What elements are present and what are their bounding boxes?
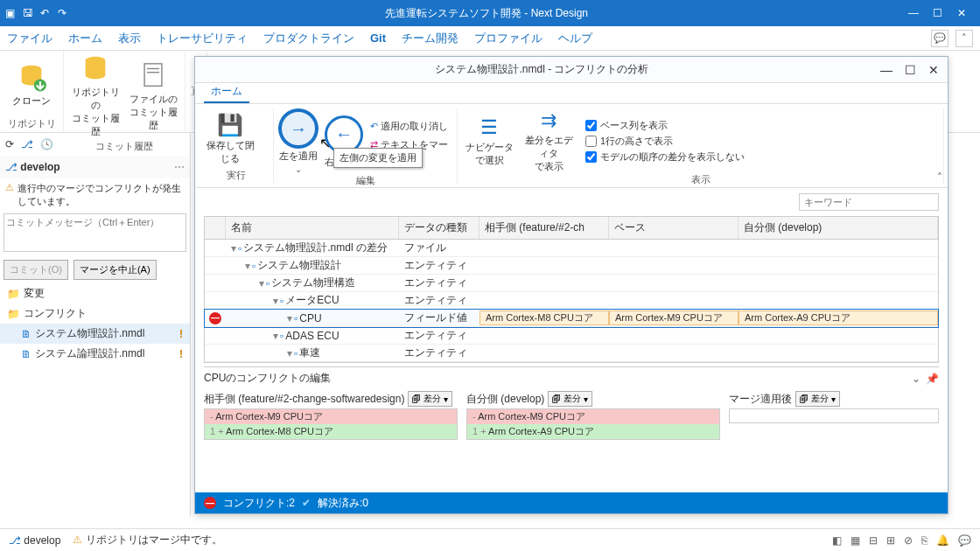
tree-file-1[interactable]: 🗎システム物理設計.nmdl!: [0, 324, 190, 344]
diff-left-btn[interactable]: 🗐差分▾: [408, 391, 452, 407]
tree-changes[interactable]: 📁変更: [0, 283, 190, 303]
col-name[interactable]: 名前: [226, 217, 399, 239]
history-icon[interactable]: 🕓: [40, 138, 53, 150]
clone-button[interactable]: クローン: [5, 63, 58, 108]
inner-minimize-icon[interactable]: —: [880, 63, 892, 77]
abort-merge-button[interactable]: マージを中止(A): [74, 260, 157, 280]
status-error-icon[interactable]: ⊘: [904, 534, 913, 547]
menu-productline[interactable]: プロダクトライン: [263, 31, 354, 46]
status-resolved-count: 解決済み:0: [318, 496, 368, 511]
branch-icon[interactable]: ⎇: [21, 138, 33, 150]
chk-order[interactable]: モデルの順序の差分を表示しない: [585, 150, 745, 164]
nav-select-button[interactable]: ☰ナビゲータで選択: [463, 116, 515, 167]
menu-help[interactable]: ヘルプ: [558, 31, 592, 46]
table-row[interactable]: ▾ ▫ 車速エンティティ: [205, 345, 938, 362]
minimize-icon[interactable]: —: [908, 7, 920, 19]
menu-team[interactable]: チーム開発: [402, 31, 458, 46]
chk-show-base[interactable]: ベース列を表示: [585, 119, 745, 132]
diff-right-title: マージ適用後: [729, 392, 792, 407]
diff-mid-title: 自分側 (develop): [466, 392, 544, 407]
status-conflict-count: コンフリクト:2: [223, 496, 295, 511]
menubar: ファイル ホーム 表示 トレーサビリティ プロダクトライン Git チーム開発 …: [0, 26, 980, 51]
status-icon-4[interactable]: ⊞: [886, 534, 895, 547]
menu-git[interactable]: Git: [370, 31, 386, 45]
inner-close-icon[interactable]: ✕: [928, 63, 939, 77]
status-chat-icon[interactable]: 💬: [958, 534, 971, 547]
tree-conflicts[interactable]: 📁コンフリクト: [0, 303, 190, 324]
undo-apply-button[interactable]: ↶ 適用の取り消し: [370, 120, 452, 133]
redo-icon[interactable]: ↷: [58, 7, 70, 19]
inner-tab-home[interactable]: ホーム: [204, 81, 249, 103]
app-icon: ▣: [5, 7, 18, 19]
chevron-down-icon[interactable]: ⌄: [912, 373, 920, 385]
undo-icon[interactable]: ↶: [40, 7, 52, 19]
branch-menu-icon[interactable]: ⋯: [174, 161, 185, 173]
commit-message-input[interactable]: [4, 213, 186, 252]
menu-trace[interactable]: トレーサビリティ: [157, 31, 248, 46]
collapse-ribbon-icon[interactable]: ˄: [956, 30, 973, 47]
status-icon-1[interactable]: ◧: [832, 534, 842, 547]
diff-mid-btn[interactable]: 🗐差分▾: [548, 391, 592, 407]
editor-show-button[interactable]: ⇉差分をエディタ で表示: [522, 109, 575, 173]
diff-tree-table: 名前 データの種類 相手側 (feature/#2-ch ベース 自分側 (de…: [204, 216, 939, 363]
branch-name: develop: [20, 161, 60, 173]
table-row[interactable]: —▾ ▫ CPUフィールド値Arm Cortex-M8 CPUコアArm Cor…: [205, 310, 938, 327]
inner-window-title: システム物理設計.nmdl - コンフリクトの分析: [213, 62, 872, 77]
speech-icon[interactable]: 💬: [931, 30, 948, 47]
diff-right-btn[interactable]: 🗐差分▾: [795, 391, 840, 407]
file-history-button[interactable]: ファイルの コミット履歴: [127, 61, 179, 132]
status-output-icon[interactable]: ⎘: [921, 534, 928, 547]
commit-button[interactable]: コミット(O): [4, 260, 68, 280]
menu-file[interactable]: ファイル: [7, 31, 52, 46]
keyword-search-input[interactable]: [799, 193, 939, 211]
save-icon[interactable]: 🖫: [23, 7, 35, 19]
pin-icon[interactable]: 📌: [926, 373, 939, 385]
col-base[interactable]: ベース: [609, 217, 738, 239]
svg-rect-3: [144, 63, 162, 86]
menu-home[interactable]: ホーム: [68, 31, 102, 46]
status-icon-3[interactable]: ⊟: [869, 534, 878, 547]
statusbar: ⎇ develop ⚠ リポジトリはマージ中です。 ◧ ▦ ⊟ ⊞ ⊘ ⎘ 🔔 …: [0, 528, 980, 551]
apply-left-button[interactable]: →: [279, 109, 318, 148]
inner-status-bar: —コンフリクト:2 ✔解決済み:0: [195, 492, 948, 513]
col-other[interactable]: 相手側 (feature/#2-ch: [480, 217, 609, 239]
close-icon[interactable]: ✕: [957, 7, 970, 19]
conflict-window: システム物理設計.nmdl - コンフリクトの分析 — ☐ ✕ ホーム 💾保存し…: [194, 56, 948, 514]
table-row[interactable]: ▾ ▫ メータECUエンティティ: [205, 292, 938, 310]
status-bell-icon[interactable]: 🔔: [936, 534, 949, 547]
diff-left-title: 相手側 (feature/#2-change-softwaredesign): [204, 392, 404, 407]
titlebar: ▣ 🖫 ↶ ↷ 先進運転システムソフト開発 - Next Design — ☐ …: [0, 0, 980, 26]
col-type[interactable]: データの種類: [399, 217, 480, 239]
refresh-icon[interactable]: ⟳: [5, 138, 14, 150]
status-icon-2[interactable]: ▦: [850, 534, 860, 547]
inner-maximize-icon[interactable]: ☐: [905, 63, 916, 77]
merge-warning: 進行中のマージでコンフリクトが発生しています。: [18, 182, 185, 208]
repo-history-button[interactable]: リポジトリの コミット履歴: [69, 54, 122, 138]
conflict-edit-title: CPUのコンフリクトの編集: [204, 371, 331, 386]
status-merging: リポジトリはマージ中です。: [86, 534, 222, 546]
table-row[interactable]: ▾ ▫ システム物理構造エンティティ: [205, 275, 938, 292]
cursor-icon: ↖: [319, 135, 331, 151]
table-row[interactable]: ▾ ▫ システム物理設計エンティティ: [205, 257, 938, 275]
window-title: 先進運転システムソフト開発 - Next Design: [70, 6, 903, 21]
chk-1row[interactable]: 1行の高さで表示: [585, 135, 745, 148]
table-row[interactable]: ▾ ▫ システム物理設計.nmdl の差分ファイル: [205, 240, 938, 257]
ribbon-group-repo: リポジトリ: [5, 115, 58, 130]
apply-left-tooltip: 左側の変更を適用: [333, 148, 423, 168]
table-row[interactable]: ▾ ▫ ADAS ECUエンティティ: [205, 327, 938, 345]
col-self[interactable]: 自分側 (develop): [738, 217, 938, 239]
maximize-icon[interactable]: ☐: [933, 7, 945, 19]
menu-view[interactable]: 表示: [118, 31, 141, 46]
tree-file-2[interactable]: 🗎システム論理設計.nmdl!: [0, 344, 190, 364]
status-branch: develop: [24, 534, 60, 547]
collapse-inner-ribbon-icon[interactable]: ˄: [937, 171, 942, 184]
menu-profile[interactable]: プロファイル: [474, 31, 542, 46]
left-panel: ⟳ ⎇ 🕓 ⎇ develop ⋯ ⚠進行中のマージでコンフリクトが発生していま…: [0, 133, 191, 516]
save-close-button[interactable]: 💾保存して閉じる: [204, 113, 256, 165]
